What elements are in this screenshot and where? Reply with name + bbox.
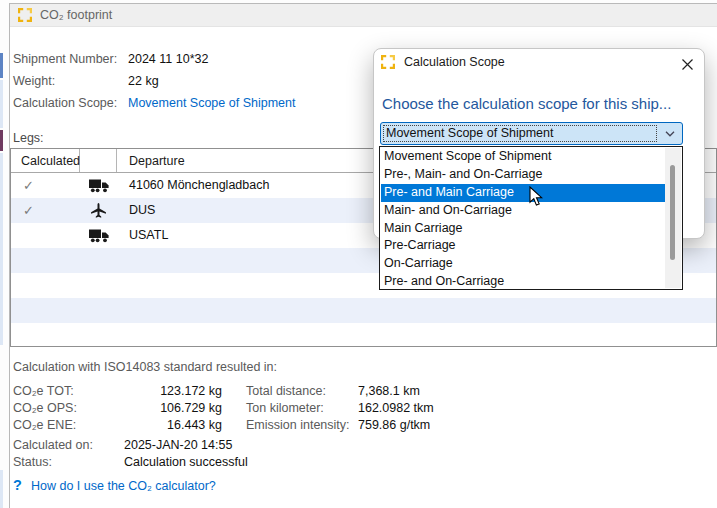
dialog-close-button[interactable]	[676, 53, 698, 75]
dialog-prompt: Choose the calculation scope for this sh…	[382, 95, 696, 112]
scope-option[interactable]: Pre- and On-Carriage	[381, 273, 665, 291]
background-window-edge	[0, 53, 3, 78]
background-window-edge	[0, 153, 3, 345]
co2e-tot-value: 123.172 kg	[122, 384, 222, 398]
co2e-ops-label: CO₂e OPS:	[13, 401, 77, 415]
plane-icon	[80, 198, 117, 223]
ton-kilometer-label: Ton kilometer:	[246, 401, 324, 415]
help-link[interactable]: How do I use the CO₂ calculator?	[31, 479, 216, 493]
background-window-edge	[0, 80, 3, 128]
calculated-checkmark: ✓	[11, 173, 80, 198]
emission-intensity-label: Emission intensity:	[246, 418, 350, 432]
window-title: CO₂ footprint	[40, 8, 112, 22]
scope-option[interactable]: Pre-, Main- and On-Carriage	[381, 166, 665, 184]
calculated-on-label: Calculated on:	[13, 438, 93, 452]
help-question-icon[interactable]: ?	[13, 477, 22, 493]
calculated-checkmark	[11, 273, 80, 298]
results-heading: Calculation with ISO14083 standard resul…	[13, 360, 277, 374]
dropdown-scrollbar[interactable]	[665, 148, 681, 288]
departure-cell	[117, 323, 716, 347]
shipment-number-value: 2024 11 10*32	[128, 52, 208, 66]
calculated-checkmark: ✓	[11, 198, 80, 223]
scope-option[interactable]: On-Carriage	[381, 255, 665, 273]
scope-option[interactable]: Pre- and Main Carriage	[381, 184, 665, 202]
main-titlebar: CO₂ footprint	[10, 4, 717, 27]
empty-cell	[80, 323, 117, 347]
calculation-scope-label: Calculation Scope:	[13, 96, 117, 110]
truck-icon	[80, 173, 117, 198]
background-window-edge	[0, 130, 3, 151]
calculated-checkmark	[11, 223, 80, 248]
calculated-on-value: 2025-JAN-20 14:55	[124, 438, 232, 452]
screenshot-root: CO₂ footprint Shipment Number: 2024 11 1…	[0, 0, 717, 508]
background-window-edge	[0, 470, 3, 508]
emission-intensity-value: 759.86 g/tkm	[358, 418, 430, 432]
close-icon	[681, 58, 694, 71]
mouse-cursor	[529, 186, 543, 210]
scope-combobox-value: Movement Scope of Shipment	[382, 124, 658, 143]
status-value: Calculation successful	[124, 455, 248, 469]
co2e-ene-label: CO₂e ENE:	[13, 418, 76, 432]
calculated-checkmark	[11, 298, 80, 323]
scope-option[interactable]: Main Carriage	[381, 220, 665, 238]
dropdown-scrollbar-thumb[interactable]	[670, 165, 675, 260]
truck-icon	[80, 223, 117, 248]
weight-value: 22 kg	[128, 74, 159, 88]
scope-dropdown-list: Movement Scope of ShipmentPre-, Main- an…	[379, 146, 683, 290]
total-distance-value: 7,368.1 km	[358, 384, 420, 398]
legs-label: Legs:	[13, 131, 44, 145]
calculated-checkmark	[11, 323, 80, 347]
calculation-scope-link[interactable]: Movement Scope of Shipment	[128, 96, 295, 110]
column-header-mode	[80, 149, 117, 172]
column-header-calculated: Calculated	[11, 149, 80, 172]
scope-option[interactable]: Main- and On-Carriage	[381, 202, 665, 220]
shipment-number-label: Shipment Number:	[13, 52, 117, 66]
ton-kilometer-value: 162.0982 tkm	[358, 401, 434, 415]
scope-option[interactable]: Movement Scope of Shipment	[381, 148, 665, 166]
scope-combobox[interactable]: Movement Scope of Shipment	[380, 122, 683, 145]
total-distance-label: Total distance:	[246, 384, 326, 398]
scope-option[interactable]: Pre-Carriage	[381, 237, 665, 255]
status-label: Status:	[13, 455, 52, 469]
empty-cell	[80, 273, 117, 298]
table-row	[11, 323, 716, 347]
co2e-ops-value: 106.729 kg	[122, 401, 222, 415]
co2e-tot-label: CO₂e TOT:	[13, 384, 74, 398]
app-logo-icon	[18, 8, 32, 22]
table-row	[11, 298, 716, 323]
dialog-titlebar: Calculation Scope	[381, 55, 505, 69]
dialog-logo-icon	[381, 55, 395, 69]
dialog-title: Calculation Scope	[404, 55, 505, 69]
weight-label: Weight:	[13, 74, 55, 88]
empty-cell	[80, 298, 117, 323]
calculated-checkmark	[11, 248, 80, 273]
chevron-down-icon	[658, 131, 682, 137]
empty-cell	[80, 248, 117, 273]
co2e-ene-value: 16.443 kg	[122, 418, 222, 432]
departure-cell	[117, 298, 716, 323]
